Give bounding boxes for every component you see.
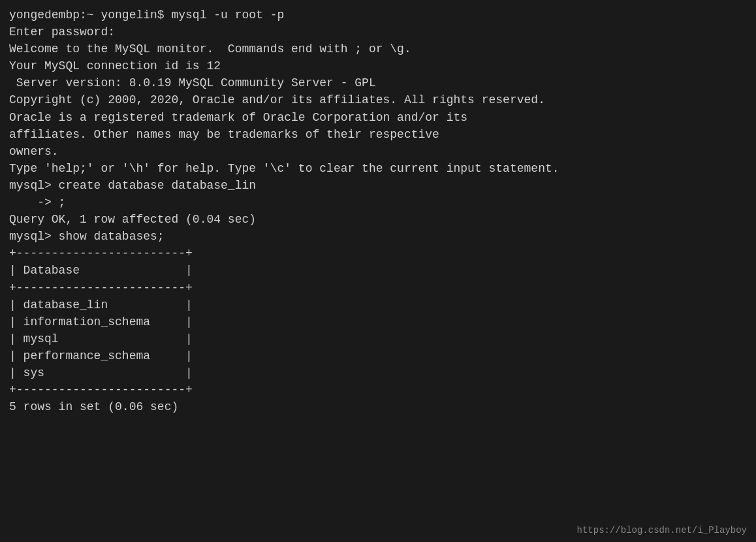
terminal-line: | database_lin | (9, 296, 747, 313)
terminal-line: | Database | (9, 262, 747, 279)
terminal-output: yongedembp:~ yongelin$ mysql -u root -pE… (9, 7, 747, 415)
terminal-line: +------------------------+ (9, 381, 747, 398)
watermark: https://blog.csdn.net/i_Playboy (577, 525, 747, 535)
terminal-line: | sys | (9, 364, 747, 381)
terminal-line: Your MySQL connection id is 12 (9, 57, 747, 74)
terminal-line: 5 rows in set (0.06 sec) (9, 398, 747, 415)
terminal-line: Welcome to the MySQL monitor. Commands e… (9, 40, 747, 57)
terminal-line: mysql> create database database_lin (9, 177, 747, 194)
terminal-line: owners. (9, 143, 747, 160)
terminal-line: Copyright (c) 2000, 2020, Oracle and/or … (9, 91, 747, 108)
terminal-line: | information_schema | (9, 313, 747, 330)
terminal-line: Oracle is a registered trademark of Orac… (9, 109, 747, 126)
terminal-line: | mysql | (9, 330, 747, 347)
terminal-line: Type 'help;' or '\h' for help. Type '\c'… (9, 160, 747, 177)
terminal-line: mysql> show databases; (9, 228, 747, 245)
terminal-line: -> ; (9, 194, 747, 211)
terminal-line: yongedembp:~ yongelin$ mysql -u root -p (9, 7, 747, 24)
terminal-line: Server version: 8.0.19 MySQL Community S… (9, 74, 747, 91)
terminal-line: affiliates. Other names may be trademark… (9, 126, 747, 143)
terminal-line: +------------------------+ (9, 245, 747, 262)
terminal-line: Query OK, 1 row affected (0.04 sec) (9, 211, 747, 228)
terminal-line: | performance_schema | (9, 347, 747, 364)
terminal-line: Enter password: (9, 24, 747, 40)
terminal-window[interactable]: yongedembp:~ yongelin$ mysql -u root -pE… (0, 0, 756, 542)
terminal-line: +------------------------+ (9, 279, 747, 296)
